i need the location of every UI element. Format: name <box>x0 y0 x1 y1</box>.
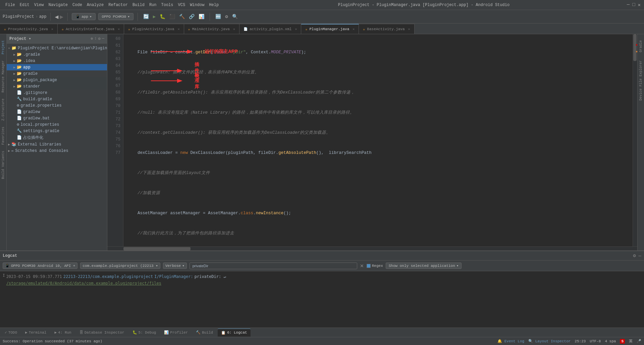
panel-action-settings[interactable]: ⚙ <box>98 36 101 41</box>
panel-action-add[interactable]: ⊕ <box>91 36 93 41</box>
tree-item-plugin-package[interactable]: ▶ 📂 plugin_package <box>7 77 107 83</box>
tab-terminal[interactable]: ▶ Terminal <box>22 329 50 337</box>
attach-debugger-icon[interactable]: 🔗 <box>187 13 196 20</box>
tab-close[interactable]: ✕ <box>295 27 297 31</box>
tab-database-inspector[interactable]: 🗄 Database Inspector <box>76 329 128 337</box>
menu-build[interactable]: Build <box>130 2 147 8</box>
debug-button[interactable]: 🐛 <box>158 13 167 20</box>
menu-analyze[interactable]: Analyze <box>85 2 106 8</box>
indent[interactable]: 4 spa <box>605 339 616 343</box>
process-selector[interactable]: com.example.pluginproject (22213 ▾ <box>80 263 160 269</box>
menu-help[interactable]: Help <box>207 2 221 8</box>
event-log-link[interactable]: 🔔 Event Log <box>497 339 524 343</box>
menu-navigate[interactable]: Navigate <box>46 2 70 8</box>
sougou-icon[interactable]: S <box>620 339 625 344</box>
menu-code[interactable]: Code <box>70 2 84 8</box>
tab-close[interactable]: ✕ <box>408 27 410 31</box>
run-config-selector[interactable]: 📱 app ▾ <box>72 13 95 20</box>
layout-inspector-link[interactable]: 🔍 Layout Inspector <box>528 339 571 343</box>
tree-item-gradle[interactable]: ▶ 📂 .gradle <box>7 51 107 58</box>
tree-item-app[interactable]: ▶ 📂 app <box>7 64 107 70</box>
forward-nav-icon[interactable]: ▶ <box>60 13 63 20</box>
tree-item-gitignore[interactable]: ▶ 📄 .gitignore <box>7 90 107 96</box>
tab-activity-interface[interactable]: ☕ ActivityInterface.java ✕ <box>58 24 124 34</box>
tree-item-idea[interactable]: ▶ 📂 .idea <box>7 58 107 64</box>
tab-logcat[interactable]: 📋 6: Logcat <box>218 329 250 337</box>
tree-item-gradlew[interactable]: ▶ 📄 gradlew <box>7 109 107 115</box>
sidebar-item-project[interactable]: Project <box>1 38 6 57</box>
language-indicator[interactable]: 英 <box>629 339 633 344</box>
run-button[interactable]: ▶ <box>152 13 157 20</box>
device-selector[interactable]: OPPO PCHM30 ▾ <box>98 13 133 20</box>
regex-checkbox[interactable] <box>367 264 371 268</box>
sync-icon[interactable]: 🔄 <box>142 13 150 20</box>
search-clear-icon[interactable]: ✕ <box>360 263 364 269</box>
tree-item-placeholder[interactable]: ▶ 📄 占位插件化 <box>7 134 107 141</box>
tab-activity-plugin-xml[interactable]: 📄 activity_plugin.xml ✕ <box>239 24 301 34</box>
right-scrollbar[interactable] <box>633 34 637 246</box>
panel-action-collapse[interactable]: — <box>102 36 104 41</box>
close-button[interactable]: ✕ <box>638 2 641 8</box>
tab-base-activity[interactable]: ☕ BaseActivity.java ✕ <box>359 24 414 34</box>
build-icon[interactable]: 🔨 <box>178 13 186 20</box>
tab-close[interactable]: ✕ <box>118 27 120 31</box>
tab-close[interactable]: ✕ <box>178 27 180 31</box>
maximize-button[interactable]: □ <box>632 2 635 8</box>
line-col[interactable]: 25:23 <box>575 339 586 343</box>
window-controls[interactable]: ─ □ ✕ <box>627 2 641 8</box>
breadcrumb-app[interactable]: app <box>39 14 47 19</box>
profile-icon[interactable]: 📊 <box>197 13 206 20</box>
minimize-button[interactable]: ─ <box>627 2 630 8</box>
panel-action-sort[interactable]: ↕ <box>94 36 97 41</box>
tab-proxy-activity[interactable]: ☕ ProxyActivity.java ✕ <box>0 24 58 34</box>
tab-close[interactable]: ✕ <box>51 27 53 31</box>
tree-item-local-properties[interactable]: ▶ ⚙ local.properties <box>7 121 107 128</box>
tab-close[interactable]: ✕ <box>353 27 355 31</box>
h-scrollbar[interactable] <box>107 246 637 250</box>
tree-item-root[interactable]: ▾ 📁 PluginProject E:\anroidwenjian\Plugi… <box>7 45 107 51</box>
log-level-selector[interactable]: Verbose ▾ <box>163 263 187 269</box>
code-content[interactable]: File fileDir = context.getDir( name: "pD… <box>123 34 633 246</box>
sidebar-item-z-structure[interactable]: Z-Structure <box>1 96 6 123</box>
tree-item-gradle-properties[interactable]: ▶ ⚙ gradle.properties <box>7 102 107 109</box>
encoding[interactable]: UTF-8 <box>590 339 601 343</box>
tab-plugin-activity[interactable]: ☕ PluginActivity.java ✕ <box>124 24 184 34</box>
logcat-settings-icon[interactable]: ⚙ <box>633 253 636 258</box>
sidebar-item-device-file-explorer[interactable]: Device File Explorer <box>638 58 643 103</box>
logcat-search-input[interactable] <box>190 263 357 269</box>
tree-item-external-libraries[interactable]: ▶ 📚 External Libraries <box>7 141 107 148</box>
code-area[interactable]: 60 61 62 63 64 65 66 67 68 69 70 71 72 7… <box>107 34 637 246</box>
menu-refactor[interactable]: Refactor <box>106 2 130 8</box>
tab-main-activity[interactable]: ☕ MainActivity.java ✕ <box>184 24 239 34</box>
sidebar-item-gradle[interactable]: Gradle <box>638 38 643 55</box>
back-nav-icon[interactable]: ◀ <box>55 13 58 20</box>
tree-item-build-gradle[interactable]: ▶ 🔧 build.gradle <box>7 96 107 102</box>
tab-close[interactable]: ✕ <box>233 27 235 31</box>
sidebar-item-resource-manager[interactable]: Resource Manager <box>1 58 6 95</box>
tree-item-stander[interactable]: ▶ 📂 stander <box>7 83 107 90</box>
tab-build[interactable]: 🔨 Build <box>193 329 216 337</box>
menu-window[interactable]: Window <box>188 2 206 8</box>
menu-run[interactable]: Run <box>147 2 159 8</box>
menu-tools[interactable]: Tools <box>159 2 175 8</box>
menu-view[interactable]: View <box>32 2 46 8</box>
translate-icon[interactable]: 🔤 <box>214 13 222 20</box>
tab-profiler[interactable]: 📊 Profiler <box>161 329 191 337</box>
tree-item-settings-gradle[interactable]: ▶ 🔧 settings.gradle <box>7 128 107 134</box>
show-selected-application-btn[interactable]: Show only selected application ▾ <box>386 263 462 269</box>
logcat-collapse-icon[interactable]: — <box>639 253 641 258</box>
tab-todo[interactable]: ✓ TODO <box>1 329 20 337</box>
menu-file[interactable]: File <box>3 2 17 8</box>
menu-edit[interactable]: Edit <box>18 2 32 8</box>
tab-debug[interactable]: 🐛 5: Debug <box>129 329 160 337</box>
tree-item-gradlew-bat[interactable]: ▶ 📄 gradlew.bat <box>7 115 107 121</box>
sidebar-item-build-variants[interactable]: Build Variants <box>1 148 6 182</box>
search-everywhere-icon[interactable]: 🔍 <box>231 13 239 20</box>
tab-plugin-manager[interactable]: ☕ PluginManager.java ✕ <box>301 24 359 34</box>
tree-item-scratches[interactable]: ▶ ✏ Scratches and Consoles <box>7 148 107 154</box>
breadcrumb-project[interactable]: PluginProject <box>3 14 34 19</box>
menu-vcs[interactable]: VCS <box>176 2 187 8</box>
sidebar-item-favorites[interactable]: Favorites <box>1 124 6 148</box>
stop-button[interactable]: ⬛ <box>168 13 176 20</box>
tree-item-gradle-folder[interactable]: ▶ 📂 gradle <box>7 70 107 77</box>
